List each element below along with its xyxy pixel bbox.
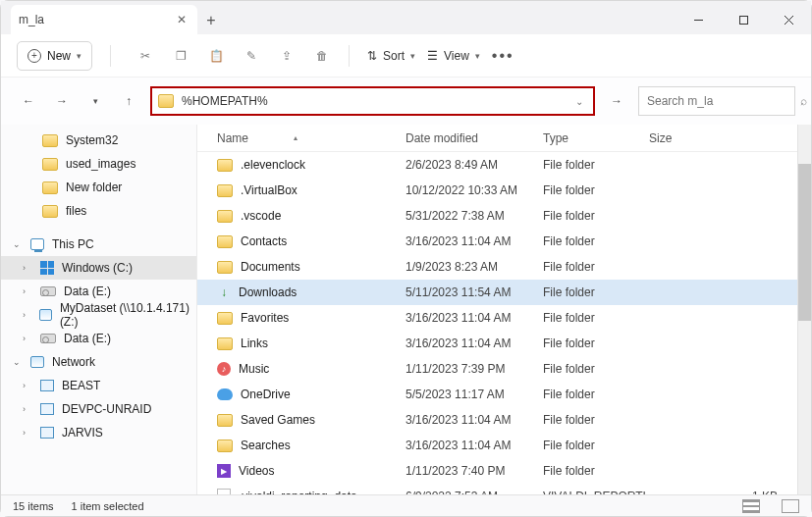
file-row[interactable]: .vscode5/31/2022 7:38 AMFile folder [197,203,797,229]
forward-button[interactable]: → [50,89,74,113]
search-box[interactable]: ⌕ [638,86,795,116]
music-icon: ♪ [217,362,231,376]
folder-icon [217,235,233,248]
sort-indicator-icon: ▴ [294,133,298,142]
cloud-icon [217,388,233,400]
chevron-down-icon: ▾ [475,51,480,61]
file-row[interactable]: .vivaldi_reporting_data6/9/2022 7:53 AMV… [197,484,797,494]
sidebar-item-server[interactable]: ›DEVPC-UNRAID [1,397,196,421]
share-icon[interactable]: ⇪ [278,47,296,65]
sidebar-item-quick[interactable]: used_images [1,152,196,176]
file-name: Contacts [241,234,287,248]
view-button[interactable]: ☰ View ▾ [427,49,480,63]
address-bar[interactable]: ⌄ [150,86,595,116]
search-input[interactable] [647,94,794,108]
file-name: .elevenclock [241,158,305,172]
delete-icon[interactable]: 🗑 [313,47,331,65]
sidebar-item-quick[interactable]: System32 [1,129,196,152]
network-icon [30,356,44,368]
file-row[interactable]: Documents1/9/2023 8:23 AMFile folder [197,254,797,280]
go-button[interactable]: → [605,89,628,113]
new-label: New [47,49,71,63]
thumbnails-view-icon[interactable] [782,499,799,513]
file-row[interactable]: Favorites3/16/2023 11:04 AMFile folder [197,305,797,331]
file-row[interactable]: Contacts3/16/2023 11:04 AMFile folder [197,229,797,254]
sidebar-label: Data (E:) [64,332,111,345]
file-row[interactable]: Searches3/16/2023 11:04 AMFile folder [197,433,797,458]
network-drive-icon [39,309,52,321]
chevron-down-icon: ⌄ [13,357,23,367]
navigation-pane[interactable]: System32used_imagesNew folderfiles ⌄ Thi… [1,125,197,494]
sidebar-this-pc[interactable]: ⌄ This PC [1,233,196,256]
file-row[interactable]: Saved Games3/16/2023 11:04 AMFile folder [197,407,797,433]
header-date[interactable]: Date modified [406,131,543,145]
sidebar-item-drive[interactable]: ›MyDataset (\\10.1.4.171) (Z:) [1,303,196,327]
tab-close-icon[interactable]: ✕ [174,12,189,27]
sidebar-item-drive[interactable]: ›Windows (C:) [1,256,196,280]
sidebar-item-server[interactable]: ›JARVIS [1,421,196,444]
file-row[interactable]: ▶Videos1/11/2023 7:40 PMFile folder [197,458,797,484]
copy-icon[interactable]: ❐ [172,47,189,65]
header-size[interactable]: Size [641,131,797,145]
sidebar-label: This PC [52,237,94,251]
file-row[interactable]: .elevenclock2/6/2023 8:49 AMFile folder [197,152,797,178]
scrollbar-thumb[interactable] [798,164,811,321]
address-input[interactable] [182,94,568,108]
command-bar: + New ▾ ✂ ❐ 📋 ✎ ⇪ 🗑 ⇅ Sort ▾ ☰ View ▾ ••… [1,34,811,78]
up-button[interactable]: ↑ [117,89,140,113]
file-date: 2/6/2023 8:49 AM [406,158,543,172]
file-row[interactable]: .VirtualBox10/12/2022 10:33 AMFile folde… [197,178,797,203]
file-type: File folder [543,158,641,172]
file-row[interactable]: OneDrive5/5/2023 11:17 AMFile folder [197,382,797,407]
details-view-icon[interactable] [742,499,760,513]
file-type: File folder [543,311,641,325]
paste-icon[interactable]: 📋 [207,47,225,65]
back-button[interactable]: ← [17,89,40,113]
sidebar-item-quick[interactable]: New folder [1,176,196,199]
chevron-down-icon[interactable]: ▾ [83,89,107,113]
file-row[interactable]: Links3/16/2023 11:04 AMFile folder [197,331,797,356]
folder-icon [217,210,233,223]
file-row[interactable]: ♪Music1/11/2023 7:39 PMFile folder [197,356,797,382]
sidebar-item-drive[interactable]: ›Data (E:) [1,280,196,303]
new-tab-button[interactable]: + [197,7,225,34]
search-icon: ⌕ [800,94,807,108]
chevron-down-icon[interactable]: ⌄ [575,96,587,107]
pc-icon [30,238,44,250]
maximize-button[interactable] [721,5,766,34]
vertical-scrollbar[interactable] [797,125,811,494]
minimize-button[interactable] [676,5,721,34]
tab-active[interactable]: m_la ✕ [11,5,197,34]
file-name: Links [241,336,268,350]
folder-icon [158,94,174,108]
folder-icon [217,159,233,172]
server-icon [40,380,54,391]
separator [110,45,111,67]
file-type: File folder [543,285,641,299]
sort-button[interactable]: ⇅ Sort ▾ [367,49,415,63]
file-row[interactable]: ↓Downloads5/11/2023 11:54 AMFile folder [197,280,797,305]
sidebar-item-quick[interactable]: files [1,199,196,223]
close-button[interactable] [766,5,811,34]
new-button[interactable]: + New ▾ [17,41,92,71]
file-icon [217,489,231,494]
cut-icon[interactable]: ✂ [136,47,154,65]
rename-icon[interactable]: ✎ [243,47,260,65]
header-name[interactable]: Name▴ [209,131,406,145]
sidebar-network[interactable]: ⌄ Network [1,350,196,374]
more-button[interactable]: ••• [492,47,514,65]
column-headers[interactable]: Name▴ Date modified Type Size [197,125,797,152]
folder-icon [217,184,233,197]
chevron-right-icon: › [23,381,32,390]
file-date: 5/5/2023 11:17 AM [406,388,543,401]
file-type: File folder [543,388,641,401]
file-date: 1/11/2023 7:39 PM [406,362,543,376]
file-list: Name▴ Date modified Type Size .elevenclo… [197,125,797,494]
header-type[interactable]: Type [543,131,641,145]
sidebar-label: BEAST [62,379,100,392]
titlebar: m_la ✕ + [1,1,811,34]
sidebar-item-server[interactable]: ›BEAST [1,374,196,397]
plus-icon: + [27,49,41,63]
sidebar-item-drive[interactable]: ›Data (E:) [1,327,196,350]
navigation-row: ← → ▾ ↑ ⌄ → ⌕ [1,78,811,125]
